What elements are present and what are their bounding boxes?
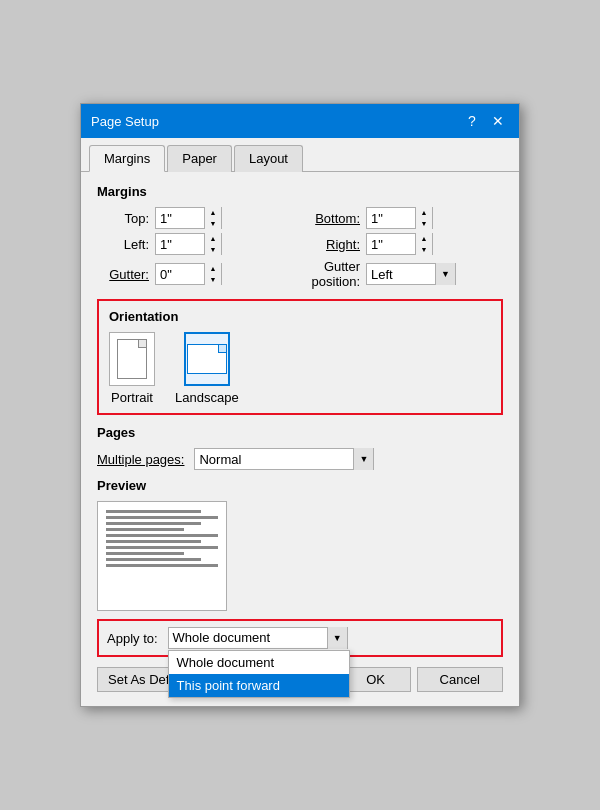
top-label: Top:	[97, 211, 149, 226]
left-field-row: Left: ▲ ▼	[97, 233, 292, 255]
tab-paper[interactable]: Paper	[167, 145, 232, 172]
multiple-pages-row: Multiple pages: Normal Mirror margins 2 …	[97, 448, 503, 470]
left-label: Left:	[97, 237, 149, 252]
gutter-spin-up[interactable]: ▲	[205, 263, 221, 274]
left-spin-down[interactable]: ▼	[205, 244, 221, 255]
right-spinner: ▲ ▼	[366, 233, 433, 255]
top-spin-up[interactable]: ▲	[205, 207, 221, 218]
left-spinner-buttons: ▲ ▼	[204, 233, 221, 255]
bottom-spinner: ▲ ▼	[366, 207, 433, 229]
apply-row: Apply to: Whole document ▼ Whole documen…	[107, 627, 493, 649]
preview-label: Preview	[97, 478, 503, 493]
top-input[interactable]	[156, 208, 204, 228]
gutter-spinner: ▲ ▼	[155, 263, 222, 285]
preview-line-5	[106, 534, 218, 537]
left-input[interactable]	[156, 234, 204, 254]
preview-box	[97, 501, 227, 611]
preview-line-10	[106, 564, 218, 567]
gutter-label: Gutter:	[97, 267, 149, 282]
landscape-page	[187, 344, 227, 374]
bottom-field-row: Bottom: ▲ ▼	[308, 207, 503, 229]
gutter-spin-down[interactable]: ▼	[205, 274, 221, 285]
multiple-pages-label: Multiple pages:	[97, 452, 184, 467]
preview-line-6	[106, 540, 201, 543]
right-field-row: Right: ▲ ▼	[308, 233, 503, 255]
gutter-position-arrow[interactable]: ▼	[435, 263, 455, 285]
apply-to-label: Apply to:	[107, 631, 158, 646]
gutter-position-select-wrap: Left Top Right ▼	[366, 263, 456, 285]
pages-section: Pages Multiple pages: Normal Mirror marg…	[97, 425, 503, 470]
bottom-spinner-buttons: ▲ ▼	[415, 207, 432, 229]
top-field-row: Top: ▲ ▼	[97, 207, 292, 229]
apply-to-dropdown: Whole document ▼ Whole document This poi…	[168, 627, 348, 649]
multiple-pages-dropdown: Normal Mirror margins 2 pages per sheet …	[194, 448, 374, 470]
apply-option-whole[interactable]: Whole document	[169, 651, 349, 674]
bottom-label: Bottom:	[308, 211, 360, 226]
tab-bar: Margins Paper Layout	[81, 138, 519, 172]
right-label: Right:	[308, 237, 360, 252]
right-spin-up[interactable]: ▲	[416, 233, 432, 244]
bottom-spin-down[interactable]: ▼	[416, 218, 432, 229]
portrait-page	[117, 339, 147, 379]
apply-section: Apply to: Whole document ▼ Whole documen…	[97, 619, 503, 657]
left-spin-up[interactable]: ▲	[205, 233, 221, 244]
multiple-pages-select[interactable]: Normal Mirror margins 2 pages per sheet …	[195, 449, 353, 469]
ok-button[interactable]: OK	[341, 667, 411, 692]
preview-line-4	[106, 528, 184, 531]
action-buttons: OK Cancel	[341, 667, 503, 692]
gutter-field-row: Gutter: ▲ ▼	[97, 259, 292, 289]
dialog-content: Margins Top: ▲ ▼ Bottom:	[81, 172, 519, 706]
margins-grid: Top: ▲ ▼ Bottom: ▲ ▼	[97, 207, 503, 289]
preview-section: Preview	[97, 478, 503, 611]
bottom-input[interactable]	[367, 208, 415, 228]
bottom-spin-up[interactable]: ▲	[416, 207, 432, 218]
orientation-section: Orientation Portrait	[97, 299, 503, 415]
right-spin-down[interactable]: ▼	[416, 244, 432, 255]
preview-line-9	[106, 558, 201, 561]
gutter-position-label: Gutter position:	[308, 259, 360, 289]
preview-line-7	[106, 546, 218, 549]
gutter-position-select[interactable]: Left Top Right	[367, 264, 435, 284]
right-spinner-buttons: ▲ ▼	[415, 233, 432, 255]
portrait-corner	[138, 340, 146, 348]
cancel-button[interactable]: Cancel	[417, 667, 503, 692]
right-input[interactable]	[367, 234, 415, 254]
apply-to-value: Whole document	[169, 627, 327, 649]
title-bar: Page Setup ? ✕	[81, 104, 519, 138]
orientation-label: Orientation	[109, 309, 491, 324]
dialog-title: Page Setup	[91, 114, 159, 129]
tab-margins[interactable]: Margins	[89, 145, 165, 172]
portrait-option[interactable]: Portrait	[109, 332, 155, 405]
multiple-pages-arrow[interactable]: ▼	[353, 448, 373, 470]
top-spinner: ▲ ▼	[155, 207, 222, 229]
tab-layout[interactable]: Layout	[234, 145, 303, 172]
left-spinner: ▲ ▼	[155, 233, 222, 255]
preview-line-2	[106, 516, 218, 519]
apply-option-forward[interactable]: This point forward	[169, 674, 349, 697]
landscape-corner	[218, 345, 226, 353]
preview-line-1	[106, 510, 201, 513]
apply-to-popup: Whole document This point forward	[168, 650, 350, 698]
portrait-label: Portrait	[111, 390, 153, 405]
margins-section-label: Margins	[97, 184, 503, 199]
title-bar-controls: ? ✕	[461, 110, 509, 132]
top-spin-down[interactable]: ▼	[205, 218, 221, 229]
pages-section-label: Pages	[97, 425, 503, 440]
landscape-icon	[184, 332, 230, 386]
help-button[interactable]: ?	[461, 110, 483, 132]
top-spinner-buttons: ▲ ▼	[204, 207, 221, 229]
orientation-options: Portrait Landscape	[109, 332, 491, 405]
preview-line-3	[106, 522, 201, 525]
preview-line-8	[106, 552, 184, 555]
landscape-option[interactable]: Landscape	[175, 332, 239, 405]
gutter-spinner-buttons: ▲ ▼	[204, 263, 221, 285]
portrait-icon	[109, 332, 155, 386]
apply-to-arrow[interactable]: ▼	[327, 627, 347, 649]
gutter-input[interactable]	[156, 264, 204, 284]
close-button[interactable]: ✕	[487, 110, 509, 132]
landscape-label: Landscape	[175, 390, 239, 405]
page-setup-dialog: Page Setup ? ✕ Margins Paper Layout Marg…	[80, 103, 520, 707]
gutter-position-field-row: Gutter position: Left Top Right ▼	[308, 259, 503, 289]
